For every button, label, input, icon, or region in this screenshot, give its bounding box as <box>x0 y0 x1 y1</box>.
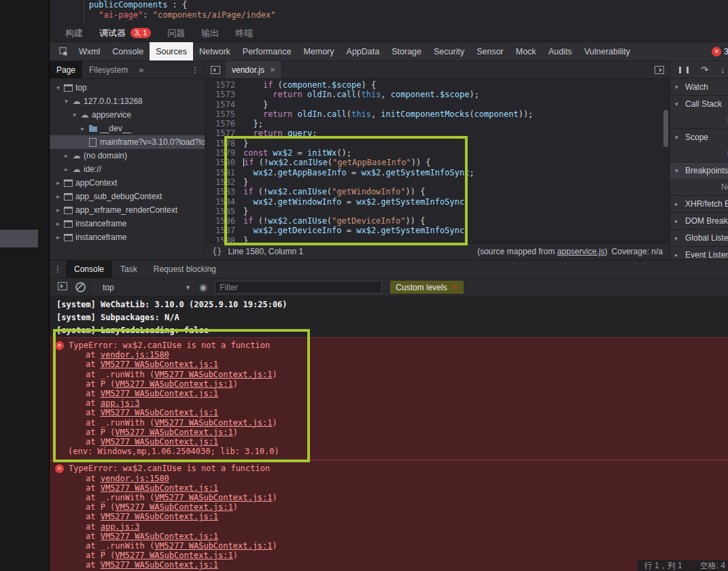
line-number[interactable]: 1579 <box>205 148 243 158</box>
line-number[interactable]: 1588 <box>205 236 243 243</box>
file-tree-item[interactable]: ▸app_xrframe_renderContext <box>50 203 205 217</box>
clear-console-icon[interactable] <box>75 282 86 292</box>
editor-scrollbar[interactable] <box>663 110 668 147</box>
tab-page[interactable]: Page <box>50 61 82 78</box>
stack-frame-link[interactable]: vendor.js:1580 <box>101 474 169 483</box>
devtools-tab-storage[interactable]: Storage <box>385 42 428 60</box>
file-tree-item[interactable]: ▸app_sub_debugContext <box>50 190 205 203</box>
tab-task[interactable]: Task <box>112 260 145 278</box>
ide-tab-output[interactable]: 输出 <box>201 27 219 39</box>
navigator-menu-icon[interactable]: ⋮ <box>191 65 205 75</box>
line-number[interactable]: 1574 <box>205 100 243 109</box>
devtools-tab-audits[interactable]: Audits <box>542 42 578 60</box>
devtools-tab-vulnerability[interactable]: Vulnerability <box>578 42 636 60</box>
stack-frame-link[interactable]: VM5277 WASubContext.js:1 <box>115 379 232 389</box>
devtools-tab-wxml[interactable]: Wxml <box>73 42 106 60</box>
devtools-tab-memory[interactable]: Memory <box>297 42 340 60</box>
file-tree-item[interactable]: ▾☁127.0.0.1:13268 <box>50 94 205 108</box>
line-number[interactable]: 1587 <box>205 226 243 235</box>
devtools-tab-mock[interactable]: Mock <box>510 42 542 60</box>
file-tree-item[interactable]: ▸appContext <box>50 176 205 190</box>
line-number[interactable]: 1586 <box>205 216 243 226</box>
stack-frame-link[interactable]: VM5277 WASubContext.js:1 <box>101 560 218 570</box>
file-tree-item[interactable]: ▸instanceframe <box>50 217 205 230</box>
devtools-tab-performance[interactable]: Performance <box>237 42 298 60</box>
log-levels-selector[interactable]: Custom levels ▼ <box>390 281 463 294</box>
debugger-section-xhr-fetch-breakpoints[interactable]: ▸XHR/fetch Breakpoints <box>670 195 728 212</box>
pause-icon[interactable] <box>679 67 689 73</box>
devtools-tab-network[interactable]: Network <box>193 42 237 60</box>
devtools-tab-console[interactable]: Console <box>106 42 150 60</box>
debugger-section-event-listener-breakpoints[interactable]: ▸Event Listener Breakpoints <box>670 246 728 260</box>
cursor-line-col[interactable]: 行 1，列 1 <box>644 560 682 571</box>
stack-frame-link[interactable]: VM5277 WASubContext.js:1 <box>101 360 218 369</box>
devtools-tab-appdata[interactable]: AppData <box>341 42 386 60</box>
debugger-section-call-stack[interactable]: ▾Call Stack <box>670 95 728 112</box>
file-tree-item[interactable]: ▾top <box>50 81 205 94</box>
stack-frame-link[interactable]: VM5277 WASubContext.js:1 <box>154 418 272 428</box>
indentation-setting[interactable]: 空格: 4 <box>700 560 725 571</box>
inspect-element-icon[interactable] <box>55 47 73 56</box>
stack-frame-link[interactable]: VM5277 WASubContext.js:1 <box>101 437 218 447</box>
ide-tab-terminal[interactable]: 终端 <box>235 27 253 39</box>
stack-frame-link[interactable]: VM5277 WASubContext.js:1 <box>101 532 218 541</box>
devtools-tab-security[interactable]: Security <box>428 42 470 60</box>
line-number[interactable]: 1573 <box>205 90 243 99</box>
devtools-tab-sources[interactable]: Sources <box>150 42 193 60</box>
stack-frame-link[interactable]: VM5277 WASubContext.js:1 <box>115 551 232 560</box>
stack-frame-link[interactable]: VM5277 WASubContext.js:1 <box>101 512 218 521</box>
ide-tab-problems[interactable]: 问题 <box>167 27 185 39</box>
editor-tab-vendor[interactable]: vendor.js × <box>226 61 282 78</box>
sourcemap-link[interactable]: appservice.js <box>557 247 605 256</box>
stack-frame-link[interactable]: VM5277 WASubContext.js:1 <box>154 370 272 379</box>
live-expression-icon[interactable]: ◉ <box>199 282 207 292</box>
hide-navigator-icon[interactable] <box>211 66 220 74</box>
file-tree-item[interactable]: ▸__dev__ <box>50 122 205 135</box>
stack-frame-link[interactable]: app.js:3 <box>101 398 140 408</box>
debugger-section-dom-breakpoints[interactable]: ▸DOM Breakpoints <box>670 212 728 229</box>
tab-console[interactable]: Console <box>66 260 112 278</box>
ide-tab-build[interactable]: 构建 <box>65 27 83 39</box>
stack-frame-link[interactable]: VM5277 WASubContext.js:1 <box>101 483 218 493</box>
console-menu-icon[interactable]: ⋮ <box>50 264 66 274</box>
line-number[interactable]: 1584 <box>205 197 243 207</box>
devtools-tab-sensor[interactable]: Sensor <box>470 42 510 60</box>
line-number[interactable]: 1577 <box>205 128 243 138</box>
filter-input[interactable] <box>215 281 382 294</box>
stack-frame-link[interactable]: VM5277 WASubContext.js:1 <box>115 502 232 512</box>
step-over-icon[interactable]: ↷ <box>701 65 708 75</box>
stack-frame-link[interactable]: vendor.js:1580 <box>101 350 169 360</box>
file-tree-item[interactable]: ▸☁(no domain) <box>50 149 205 162</box>
tab-filesystem[interactable]: Filesystem <box>82 61 135 78</box>
line-number[interactable]: 1575 <box>205 109 243 119</box>
stack-frame-link[interactable]: VM5277 WASubContext.js:1 <box>154 493 272 502</box>
line-number[interactable]: 1580 <box>205 158 243 167</box>
pretty-print-icon[interactable]: {} <box>212 247 222 256</box>
line-number[interactable]: 1578 <box>205 139 243 148</box>
console-sidebar-icon[interactable] <box>58 282 67 292</box>
file-tree-item[interactable]: mainframe?v=3.10.0?load?lo <box>50 135 205 149</box>
stack-frame-link[interactable]: VM5277 WASubContext.js:1 <box>154 541 272 551</box>
close-icon[interactable]: × <box>270 65 275 75</box>
line-number[interactable]: 1576 <box>205 119 243 128</box>
debugger-section-scope[interactable]: ▾Scope <box>670 128 728 145</box>
debugger-section-watch[interactable]: ▾Watch <box>670 79 728 95</box>
line-number[interactable]: 1581 <box>205 168 243 177</box>
stack-frame-link[interactable]: VM5277 WASubContext.js:1 <box>101 408 218 417</box>
debugger-section-global-listeners[interactable]: ▸Global Listeners <box>670 229 728 246</box>
line-number[interactable]: 1572 <box>205 80 243 90</box>
more-tabs-chevron[interactable]: » <box>135 65 148 75</box>
line-number[interactable]: 1582 <box>205 177 243 187</box>
line-number[interactable]: 1583 <box>205 187 243 196</box>
console-messages[interactable]: [system] WeChatLib: 3.10.0 (2025.9.10 19… <box>50 296 728 571</box>
context-selector[interactable]: top ▼ <box>103 283 191 292</box>
show-debugger-icon[interactable] <box>655 66 664 74</box>
line-number[interactable]: 1585 <box>205 207 243 216</box>
step-into-icon[interactable]: ↓ <box>721 65 725 75</box>
devtools-error-badge[interactable]: × 3 <box>712 47 728 56</box>
code-viewport[interactable]: 1572 if (component.$scope) {1573 return … <box>205 79 670 243</box>
ide-tab-debugger[interactable]: 调试器3, 1 <box>99 27 151 39</box>
file-tree-item[interactable]: ▸instanceframe <box>50 230 205 244</box>
file-tree-item[interactable]: ▾☁appservice <box>50 108 205 122</box>
debugger-section-breakpoints[interactable]: ▾Breakpoints <box>670 162 728 179</box>
